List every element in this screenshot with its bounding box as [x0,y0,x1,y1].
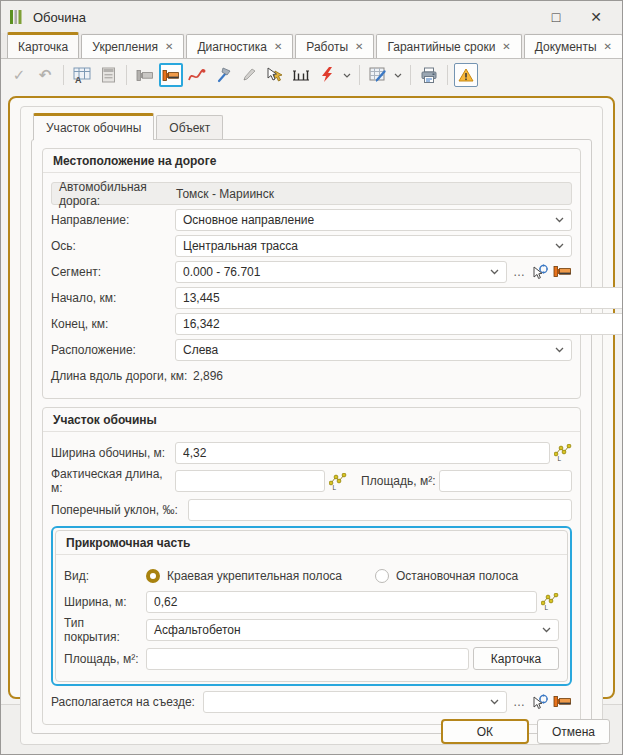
tab-kartochka[interactable]: Карточка [7,32,79,58]
cancel-button-label: Отмена [552,725,595,739]
axis-select[interactable]: Центральная трасса [175,235,572,257]
ok-button[interactable]: ОК [441,719,529,744]
inner-tab-label: Участок обочины [46,121,141,135]
start-km-input[interactable] [175,287,623,309]
radio-selected-icon[interactable] [146,569,160,583]
measure-length-icon[interactable]: L [329,473,347,490]
side-label: Расположение: [51,343,171,357]
radio-unselected-icon[interactable] [375,569,389,583]
tab-close-icon[interactable]: ✕ [604,42,612,52]
tab-close-icon[interactable]: ✕ [274,42,282,52]
toolbar-separator [359,65,360,85]
segment-select[interactable]: 0.000 - 76.701 [175,261,507,283]
toolbar-separator [126,65,127,85]
shoulder-width-row: Ширина обочины, м: L [51,441,576,464]
diagnostics-flash-button[interactable] [315,63,339,87]
tab-garantiynye-sroki[interactable]: Гарантийные сроки ✕ [376,34,521,58]
plot-chart-button[interactable] [185,63,209,87]
edge-kind-label: Вид: [64,569,142,583]
segment-value: 0.000 - 76.701 [183,265,260,279]
edge-width-label: Ширина, м: [64,595,142,609]
printer-icon [420,67,438,84]
km-posts-button[interactable] [289,63,313,87]
tab-dokumenty[interactable]: Документы ✕ [524,34,623,58]
toolbar-separator [447,65,448,85]
apply-button[interactable]: ✓ [7,63,31,87]
slope-input[interactable] [188,499,572,521]
chevron-down-icon [555,347,564,353]
tab-close-icon[interactable]: ✕ [165,42,173,52]
form-view-button[interactable] [96,63,120,87]
card-button[interactable]: Карточка [473,647,559,670]
tab-label: Карточка [18,40,68,54]
maximize-button[interactable]: □ [536,3,576,31]
repair-tool-button[interactable] [211,63,235,87]
length-row: Длина вдоль дороги, км: 2,896 [51,364,576,387]
chevron-down-icon [343,73,351,78]
shoulder-width-input[interactable] [175,442,550,464]
side-select[interactable]: Слева [175,339,572,361]
measure-length-icon[interactable]: L [554,444,572,461]
edge-kind-option-2[interactable]: Остановочная полоса [375,569,518,583]
direction-select[interactable]: Основное направление [175,209,572,231]
flashlight-orange-icon[interactable] [553,695,572,708]
edge-area-input[interactable] [146,648,469,670]
toolbar: ✓ ↶ A [1,59,622,91]
warnings-button[interactable] [454,63,478,87]
tab-diagnostika[interactable]: Диагностика ✕ [186,34,293,58]
direction-value: Основное направление [183,213,314,227]
inner-tab-bar: Участок обочины Объект [31,113,592,140]
chevron-down-icon [555,243,564,249]
locate-inactive-button[interactable] [133,63,157,87]
edge-kind-row: Вид: Краевая укрепительная полоса Остано… [64,564,563,587]
print-button[interactable] [417,63,441,87]
axis-value: Центральная трасса [183,239,298,253]
cursor-hand-icon [266,67,284,83]
locate-on-map-button[interactable] [159,63,183,87]
measure-length-icon[interactable]: L [541,593,559,610]
slope-row: Поперечный уклон, ‰: [51,498,576,521]
ok-button-label: ОК [477,725,493,739]
edit-table-button[interactable]: A [70,63,94,87]
tab-object[interactable]: Объект [156,115,223,140]
tab-close-icon[interactable]: ✕ [355,42,363,52]
edge-kind-option-1[interactable]: Краевая укрепительная полоса [146,569,371,583]
tab-label: Работы [306,40,348,54]
edit-button[interactable] [237,63,261,87]
close-button[interactable]: ✕ [576,3,616,31]
flash-menu-chevron[interactable] [341,63,353,87]
edge-width-input[interactable] [146,591,537,613]
warning-icon [458,68,474,82]
svg-text:A: A [75,75,82,84]
end-km-input[interactable] [175,313,623,335]
shoulder-area-input[interactable] [439,470,572,492]
undo-button[interactable]: ↶ [33,63,57,87]
pick-on-map-icon[interactable] [532,264,549,280]
road-value: Томск - Мариинск [176,187,274,201]
table-edit-button[interactable] [366,63,390,87]
exit-select[interactable] [203,691,507,713]
inner-tab-label: Объект [169,121,210,135]
tab-close-icon[interactable]: ✕ [502,42,510,52]
segment-browse-button[interactable]: … [511,265,528,279]
edge-kind-option-2-label: Остановочная полоса [396,569,518,583]
pick-on-map-icon[interactable] [532,694,549,710]
actual-length-input[interactable] [175,470,325,492]
km-posts-icon [292,68,310,83]
actual-length-row: Фактическая длина, м: L Площадь, м²: [51,467,576,495]
table-edit-menu-chevron[interactable] [392,63,404,87]
edge-coating-select[interactable]: Асфальтобетон [146,619,559,641]
road-field: Автомобильная дорога: Томск - Мариинск [51,182,572,205]
group-shoulder-title: Участок обочины [43,408,580,432]
tab-ukrepleniya[interactable]: Укрепления ✕ [81,34,184,58]
group-edge-title: Прикромочная часть [56,531,567,555]
tab-raboty[interactable]: Работы ✕ [295,34,374,58]
select-object-button[interactable] [263,63,287,87]
edge-kind-option-1-label: Краевая укрепительная полоса [167,569,342,583]
tab-shoulder-section[interactable]: Участок обочины [33,113,154,140]
app-road-icon [9,9,25,25]
exit-browse-button[interactable]: … [511,695,528,709]
check-icon: ✓ [13,66,26,84]
cancel-button[interactable]: Отмена [537,719,610,744]
flashlight-orange-icon[interactable] [553,265,572,278]
